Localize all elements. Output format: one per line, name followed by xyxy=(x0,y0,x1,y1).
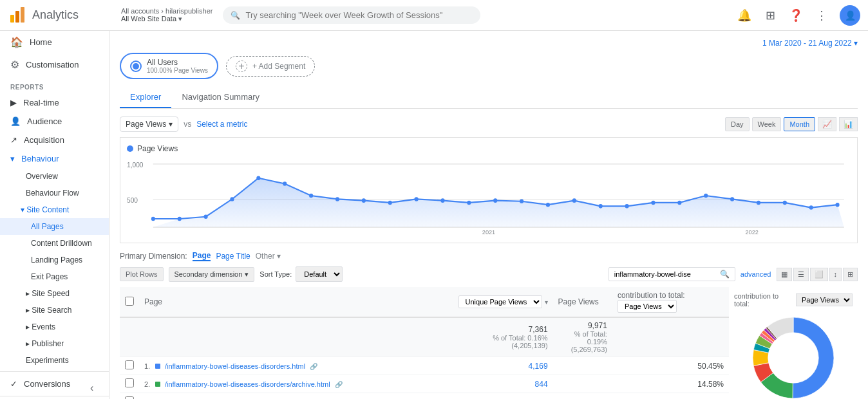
sidebar-item-acquisition[interactable]: ↗ Acquisition xyxy=(0,131,109,149)
sidebar-item-behaviour[interactable]: ▾ Behaviour xyxy=(0,149,109,168)
search-bar[interactable]: 🔍 xyxy=(223,6,480,24)
sidebar-sub-publisher[interactable]: ▸ Publisher xyxy=(0,335,109,352)
time-btn-week[interactable]: Week xyxy=(752,117,782,131)
upv-sort-arrow[interactable]: ▾ xyxy=(545,299,548,306)
select-metric-link[interactable]: Select a metric xyxy=(196,120,247,129)
svg-point-24 xyxy=(546,203,550,207)
row-page-link-0[interactable]: /inflammatory-bowel-diseases-disorders.h… xyxy=(165,362,305,370)
acquisition-icon: ↗ xyxy=(10,135,17,145)
line-chart-btn[interactable]: 📈 xyxy=(818,117,836,131)
legend-dot xyxy=(127,145,133,152)
sidebar-item-realtime[interactable]: ▶ Real-time xyxy=(0,93,109,112)
sidebar-item-customisation[interactable]: ⚙ Customisation xyxy=(0,53,109,76)
row-contrib-2: 7.10% xyxy=(612,393,729,400)
contrib-label: contribution to total: xyxy=(618,291,685,300)
svg-text:1,000: 1,000 xyxy=(127,161,144,169)
row-upv-0: 4,169 xyxy=(529,362,548,371)
view-btn-compare[interactable]: ↕ xyxy=(829,268,842,281)
contrib-metric-select[interactable]: Page Views xyxy=(618,300,677,313)
ga-logo-icon xyxy=(8,6,27,25)
row-page-link-1[interactable]: /inflammatory-bowel-diseases-disorders/a… xyxy=(165,380,330,388)
sidebar-sub-all-pages[interactable]: All Pages xyxy=(0,218,109,235)
sort-select[interactable]: Default xyxy=(296,266,343,282)
view-btn-list[interactable]: ☰ xyxy=(793,268,809,281)
view-btn-grid[interactable]: ▦ xyxy=(777,268,792,281)
vs-label: vs xyxy=(184,120,191,129)
svg-point-30 xyxy=(704,194,708,198)
avatar[interactable]: 👤 xyxy=(840,5,860,26)
segment-circle xyxy=(130,60,142,72)
help-icon[interactable]: ❓ xyxy=(788,8,804,23)
segment-pct: 100.00% Page Views xyxy=(147,67,208,74)
secondary-dim-btn[interactable]: Secondary dimension ▾ xyxy=(169,267,255,282)
sidebar-sub-experiments[interactable]: Experiments xyxy=(0,352,109,369)
dim-other-link[interactable]: Other ▾ xyxy=(256,252,281,261)
row-checkbox-1[interactable] xyxy=(125,378,134,387)
sidebar-item-audience[interactable]: 👤 Audience xyxy=(0,112,109,131)
col-header-pv: Page Views xyxy=(553,287,612,317)
sidebar-sub-content-drilldown[interactable]: Content Drilldown xyxy=(0,235,109,252)
sidebar-item-home[interactable]: 🏠 Home xyxy=(0,31,109,53)
table-search-box[interactable]: 🔍 xyxy=(609,267,735,281)
sidebar-sub-exit-pages[interactable]: Exit Pages xyxy=(0,268,109,285)
primary-dim-label: Primary Dimension: xyxy=(120,252,187,261)
sort-type-label: Sort Type: xyxy=(259,270,292,278)
sidebar-sub-overview[interactable]: Overview xyxy=(0,168,109,185)
all-users-segment[interactable]: All Users 100.00% Page Views xyxy=(120,53,218,79)
svg-text:2022: 2022 xyxy=(746,228,759,234)
bar-chart-btn[interactable]: 📊 xyxy=(839,117,858,131)
more-icon[interactable]: ⋮ xyxy=(814,8,829,23)
sidebar-label-customisation: Customisation xyxy=(26,60,79,70)
table-row: 3. /inflammatory-bowel-diseases-disorder… xyxy=(120,393,729,400)
sidebar-collapse-btn[interactable]: ‹ xyxy=(90,382,93,394)
row-pv-1 xyxy=(553,375,612,393)
sidebar-label-acquisition: Acquisition xyxy=(24,135,64,145)
row-checkbox-2[interactable] xyxy=(125,396,134,399)
notification-icon[interactable]: 🔔 xyxy=(737,8,752,23)
row-link-icon-0[interactable]: 🔗 xyxy=(310,363,317,370)
select-all-checkbox[interactable] xyxy=(125,297,134,306)
table-with-chart: Page Unique Page Views ▾ Page Views cont… xyxy=(120,287,858,399)
upv-metric-select[interactable]: Unique Page Views xyxy=(458,295,542,308)
row-contrib-1: 14.58% xyxy=(612,375,729,393)
dim-page-title-link[interactable]: Page Title xyxy=(216,252,250,261)
table-search-icon[interactable]: 🔍 xyxy=(720,270,730,279)
row-link-icon-1[interactable]: 🔗 xyxy=(335,381,343,388)
chart-legend: Page Views xyxy=(127,144,851,153)
table-row: 2. /inflammatory-bowel-diseases-disorder… xyxy=(120,375,729,393)
tab-explorer[interactable]: Explorer xyxy=(120,87,171,108)
sidebar: 🏠 Home ⚙ Customisation REPORTS ▶ Real-ti… xyxy=(0,31,109,399)
sidebar-sub-landing-pages[interactable]: Landing Pages xyxy=(0,252,109,268)
apps-icon[interactable]: ⊞ xyxy=(762,8,778,23)
time-btn-month[interactable]: Month xyxy=(784,117,815,131)
col-header-contrib: contribution to total: Page Views xyxy=(612,287,729,317)
search-input[interactable] xyxy=(245,10,473,20)
metric-select[interactable]: Page Views ▾ xyxy=(120,116,178,132)
sidebar-sub-site-search[interactable]: ▸ Site Search xyxy=(0,302,109,319)
date-range[interactable]: 1 Mar 2020 - 21 Aug 2022 ▾ xyxy=(120,39,858,48)
segment-bar: All Users 100.00% Page Views + + Add Seg… xyxy=(120,53,858,79)
table-search-input[interactable] xyxy=(614,270,717,278)
plot-rows-btn[interactable]: Plot Rows xyxy=(120,267,164,281)
sidebar-sub-events[interactable]: ▸ Events xyxy=(0,319,109,335)
pie-metric-select[interactable]: Page Views xyxy=(796,293,853,306)
time-btn-day[interactable]: Day xyxy=(725,117,750,131)
right-panel: contribution to total: Page Views 50.5% xyxy=(729,287,858,399)
dim-page-link[interactable]: Page xyxy=(193,251,211,261)
table-row-controls: Plot Rows Secondary dimension ▾ Sort Typ… xyxy=(120,266,858,282)
pie-center-label: 50.5% xyxy=(782,355,805,364)
advanced-link[interactable]: advanced xyxy=(741,270,771,278)
col-header-page: Page xyxy=(139,287,453,317)
sidebar-sub-behaviour-flow[interactable]: Behaviour Flow xyxy=(0,185,109,201)
property-name[interactable]: All Web Site Data xyxy=(121,15,176,23)
sidebar-sub-site-content[interactable]: ▾ Site Content xyxy=(0,201,109,218)
tab-navigation-summary[interactable]: Navigation Summary xyxy=(171,87,270,108)
view-btn-flat[interactable]: ⬜ xyxy=(810,268,828,281)
svg-point-16 xyxy=(335,197,339,201)
row-checkbox-0[interactable] xyxy=(125,360,134,369)
chart-svg: 1,000 500 xyxy=(127,157,851,234)
row-pv-2 xyxy=(553,393,612,400)
view-btn-pivot[interactable]: ⊞ xyxy=(843,268,858,281)
add-segment-btn[interactable]: + + Add Segment xyxy=(226,56,315,77)
sidebar-sub-site-speed[interactable]: ▸ Site Speed xyxy=(0,285,109,302)
